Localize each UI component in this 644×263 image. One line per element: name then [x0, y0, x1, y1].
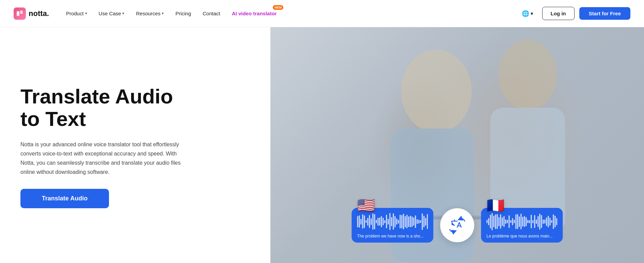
wave-bar	[492, 213, 493, 230]
source-caption: The problem we have now is a sho...	[357, 234, 428, 239]
wave-bar	[509, 215, 510, 228]
wave-bar	[413, 217, 414, 226]
wave-bar	[369, 215, 370, 228]
wave-bar	[556, 218, 557, 225]
wave-bar	[391, 217, 392, 226]
wave-bar	[543, 219, 544, 224]
login-button[interactable]: Log in	[542, 7, 575, 20]
navbar: notta. Product ▾ Use Case ▾ Resources ▾ …	[0, 0, 644, 27]
svg-rect-1	[20, 11, 23, 14]
nav-item-ai-translator[interactable]: AI video translator	[227, 8, 282, 19]
wave-bar	[522, 217, 523, 227]
nav-item-contact[interactable]: Contact	[198, 8, 225, 19]
wave-bar	[533, 220, 534, 223]
chevron-down-icon: ▾	[531, 11, 533, 17]
wave-bar	[412, 216, 413, 227]
ai-translator-wrap: AI video translator New	[227, 8, 282, 19]
hero-description: Notta is your advanced online voice tran…	[20, 140, 191, 177]
nav-right: 🌐 ▾ Log in Start for Free	[518, 7, 630, 20]
wave-bar	[379, 217, 380, 226]
wave-bar	[541, 215, 542, 228]
wave-bar	[378, 218, 379, 226]
wave-bar	[495, 214, 496, 229]
wave-bar	[400, 215, 401, 228]
nav-items: Product ▾ Use Case ▾ Resources ▾ Pricing…	[61, 8, 282, 19]
wave-bar	[555, 216, 556, 227]
wave-bar	[371, 218, 372, 225]
wave-bar	[500, 214, 501, 229]
hero-left: Translate Audio to Text Notta is your ad…	[0, 27, 270, 263]
wave-bar	[548, 216, 549, 227]
wave-bar	[403, 214, 404, 229]
source-flag: 🇺🇸	[357, 198, 375, 213]
chevron-down-icon: ▾	[122, 11, 124, 16]
translation-demo: 🇺🇸 The problem we have now is a sho...	[289, 208, 625, 243]
svg-point-4	[401, 50, 472, 133]
translate-audio-button[interactable]: Translate Audio	[20, 189, 109, 208]
wave-bar	[366, 220, 367, 223]
translate-icon	[448, 216, 467, 235]
nav-item-pricing[interactable]: Pricing	[171, 8, 196, 19]
wave-bar	[374, 214, 375, 229]
wave-bar	[524, 216, 525, 227]
wave-bar	[545, 219, 546, 224]
nav-item-product[interactable]: Product ▾	[61, 8, 92, 19]
wave-bar	[490, 215, 491, 228]
wave-bar	[373, 213, 374, 230]
wave-bar	[505, 219, 506, 224]
wave-bar	[362, 214, 363, 229]
wave-bar	[410, 216, 411, 227]
wave-bar	[381, 216, 382, 227]
wave-bar	[361, 219, 362, 225]
wave-bar	[427, 214, 428, 229]
wave-bar	[376, 220, 377, 223]
target-waveform	[487, 212, 557, 231]
wave-bar	[504, 216, 505, 227]
wave-bar	[526, 217, 527, 226]
language-selector[interactable]: 🌐 ▾	[518, 7, 537, 20]
wave-bar	[420, 220, 421, 223]
wave-bar	[534, 215, 535, 228]
chevron-down-icon: ▾	[85, 11, 87, 16]
wave-bar	[367, 218, 368, 226]
wave-bar	[398, 220, 399, 224]
wave-bar	[493, 216, 494, 227]
svg-rect-0	[17, 11, 19, 16]
wave-bar	[514, 220, 515, 223]
logo-icon	[14, 7, 26, 20]
target-audio-card: 🇫🇷 Le problème que nous avons main...	[481, 208, 563, 243]
wave-bar	[528, 220, 529, 223]
start-free-button[interactable]: Start for Free	[579, 7, 630, 20]
wave-bar	[517, 214, 518, 229]
wave-bar	[511, 220, 512, 223]
globe-icon: 🌐	[522, 10, 529, 17]
wave-bar	[364, 215, 365, 228]
logo[interactable]: notta.	[14, 7, 49, 20]
wave-bar	[499, 217, 500, 226]
wave-bar	[550, 218, 551, 226]
translate-icon-circle	[440, 208, 474, 242]
wave-bar	[521, 214, 522, 229]
source-audio-card: 🇺🇸 The problem we have now is a sho...	[352, 208, 434, 243]
wave-bar	[396, 218, 397, 225]
wave-bar	[405, 216, 406, 227]
wave-bar	[357, 216, 358, 227]
nav-item-resources[interactable]: Resources ▾	[131, 8, 169, 19]
wave-bar	[539, 214, 540, 230]
chevron-down-icon: ▾	[162, 11, 164, 16]
wave-bar	[538, 216, 539, 227]
wave-bar	[497, 214, 498, 229]
hero-section: Translate Audio to Text Notta is your ad…	[0, 27, 644, 263]
wave-bar	[402, 215, 403, 228]
svg-point-2	[499, 39, 557, 110]
wave-bar	[546, 217, 547, 226]
new-badge: New	[273, 5, 283, 10]
wave-bar	[551, 220, 552, 223]
wave-bar	[408, 216, 409, 227]
wave-bar	[487, 220, 488, 223]
wave-bar	[507, 220, 508, 223]
nav-item-use-case[interactable]: Use Case ▾	[94, 8, 129, 19]
wave-bar	[386, 215, 387, 228]
wave-bar	[425, 218, 426, 226]
wave-bar	[553, 214, 554, 229]
